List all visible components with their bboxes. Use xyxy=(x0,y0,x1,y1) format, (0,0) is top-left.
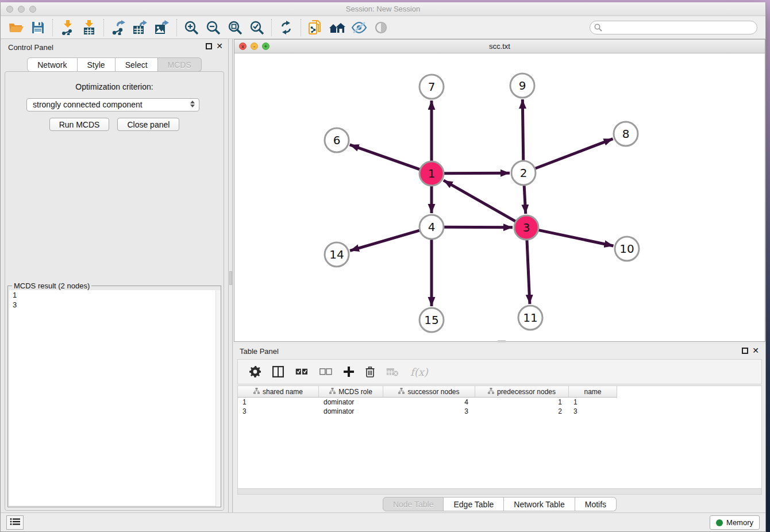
zoom-fit-button[interactable] xyxy=(224,18,246,37)
graph-node-4[interactable]: 4 xyxy=(419,215,444,239)
import-network-button[interactable] xyxy=(56,18,78,37)
task-history-button[interactable] xyxy=(6,515,24,530)
show-all-icon xyxy=(374,21,388,34)
tab-node-table[interactable]: Node Table xyxy=(383,497,444,511)
svg-text:3: 3 xyxy=(523,221,530,234)
close-panel-icon[interactable]: ✕ xyxy=(216,41,223,51)
svg-text:11: 11 xyxy=(523,311,537,325)
close-panel-button[interactable]: Close panel xyxy=(117,118,179,131)
graph-node-3[interactable]: 3 xyxy=(514,215,538,240)
add-icon[interactable] xyxy=(344,367,354,377)
select-all-icon[interactable] xyxy=(295,368,308,375)
function-builder-icon: f(x) xyxy=(410,366,428,378)
export-image-icon xyxy=(155,20,170,35)
graph-node-11[interactable]: 11 xyxy=(518,306,542,330)
memory-button[interactable]: Memory xyxy=(710,515,760,530)
graph-edge-3-11[interactable] xyxy=(527,240,530,304)
graph-edge-2-9[interactable] xyxy=(522,99,523,161)
first-neighbors-button[interactable] xyxy=(326,18,348,37)
graph-edge-3-1[interactable] xyxy=(444,180,516,222)
column-header-name[interactable]: name xyxy=(569,386,617,398)
open-session-button[interactable] xyxy=(5,18,27,37)
mcds-result-text[interactable]: 13 xyxy=(9,290,220,506)
search-input[interactable] xyxy=(590,21,757,34)
graph-node-2[interactable]: 2 xyxy=(511,161,536,185)
optimization-criterion-label: Optimization criterion: xyxy=(5,82,224,91)
graph-node-9[interactable]: 9 xyxy=(510,74,534,98)
criterion-select[interactable]: strongly connected component xyxy=(26,98,199,111)
toolbar-separator xyxy=(271,19,272,36)
panel-splitter[interactable] xyxy=(228,39,233,515)
delete-table-icon xyxy=(386,367,399,376)
delete-icon[interactable] xyxy=(365,367,375,377)
graph-edge-1-6[interactable] xyxy=(350,145,421,169)
export-table-button[interactable] xyxy=(129,18,151,37)
export-network-button[interactable] xyxy=(107,18,129,37)
graph-node-1[interactable]: 1 xyxy=(419,161,444,186)
toolbar-separator xyxy=(103,19,104,36)
gear-icon[interactable] xyxy=(249,366,261,377)
svg-text:10: 10 xyxy=(619,242,634,256)
tab-edge-table[interactable]: Edge Table xyxy=(444,497,504,511)
table-cell: 4 xyxy=(383,398,475,407)
graph-node-15[interactable]: 15 xyxy=(419,308,444,332)
right-pane: x - + scc.txt 1234678910111415 Table Pan… xyxy=(233,39,767,515)
mcds-panel: Optimization criterion: strongly connect… xyxy=(5,71,224,511)
tab-network-table[interactable]: Network Table xyxy=(504,497,575,511)
deselect-all-icon[interactable] xyxy=(319,368,332,375)
table-row[interactable]: 1dominator411 xyxy=(238,398,617,407)
save-session-button[interactable] xyxy=(27,18,49,37)
graph-edge-2-8[interactable] xyxy=(535,139,613,169)
app-window: Session: New Session xyxy=(0,2,766,532)
app-titlebar: Session: New Session xyxy=(1,2,765,16)
graph-node-8[interactable]: 8 xyxy=(614,122,638,146)
table-cell: 1 xyxy=(475,398,569,407)
import-table-button[interactable] xyxy=(78,18,100,37)
column-header-shared-name[interactable]: shared name xyxy=(238,386,319,398)
svg-text:6: 6 xyxy=(333,133,341,147)
table-body: 1dominator4113dominator323 xyxy=(238,398,617,416)
zoom-in-button[interactable] xyxy=(180,18,202,37)
close-table-panel-icon[interactable]: ✕ xyxy=(752,346,759,355)
zoom-out-button[interactable] xyxy=(202,18,224,37)
splitter-handle[interactable] xyxy=(229,271,232,285)
graph-node-14[interactable]: 14 xyxy=(325,242,349,267)
table-row[interactable]: 3dominator323 xyxy=(238,407,617,416)
export-image-button[interactable] xyxy=(151,18,173,37)
network-window: x - + scc.txt 1234678910111415 xyxy=(234,39,765,342)
hide-selected-button[interactable] xyxy=(348,18,370,37)
graph-edge-3-10[interactable] xyxy=(538,230,614,246)
task-list-icon xyxy=(10,518,20,528)
refresh-layout-button[interactable] xyxy=(275,18,297,37)
tab-style[interactable]: Style xyxy=(78,57,116,72)
tab-motifs[interactable]: Motifs xyxy=(575,497,617,511)
columns-icon[interactable] xyxy=(272,366,284,377)
toolbar-separator xyxy=(176,19,177,36)
network-resize-handle[interactable] xyxy=(498,340,506,342)
column-header-MCDS-role[interactable]: MCDS role xyxy=(319,386,383,398)
column-header-successor-nodes[interactable]: successor nodes xyxy=(383,386,475,398)
svg-text:8: 8 xyxy=(622,127,630,141)
tab-select[interactable]: Select xyxy=(116,57,158,72)
tab-network[interactable]: Network xyxy=(27,57,77,72)
graph-edge-4-14[interactable] xyxy=(350,230,420,250)
memory-status-icon xyxy=(716,519,723,526)
column-label: successor nodes xyxy=(407,388,459,396)
graph-node-10[interactable]: 10 xyxy=(615,237,639,261)
graph-edge-1-2[interactable] xyxy=(444,173,510,174)
graph-edge-4-3[interactable] xyxy=(444,227,513,228)
hierarchy-icon xyxy=(488,388,494,396)
table-hscrollbar[interactable] xyxy=(237,489,762,495)
graph-node-6[interactable]: 6 xyxy=(325,128,349,152)
tab-mcds[interactable]: MCDS xyxy=(158,57,202,72)
graph-node-7[interactable]: 7 xyxy=(419,75,444,99)
float-panel-icon[interactable] xyxy=(206,43,212,49)
run-mcds-button[interactable]: Run MCDS xyxy=(49,118,110,131)
zoom-selected-button[interactable] xyxy=(246,18,268,37)
column-header-predecessor-nodes[interactable]: predecessor nodes xyxy=(475,386,569,398)
mcds-result-scrollbar[interactable] xyxy=(215,290,221,507)
duplicate-network-button[interactable] xyxy=(305,18,326,37)
network-canvas[interactable]: 1234678910111415 xyxy=(234,53,765,341)
float-table-panel-icon[interactable] xyxy=(742,348,748,354)
graph-edge-2-3[interactable] xyxy=(524,185,526,214)
